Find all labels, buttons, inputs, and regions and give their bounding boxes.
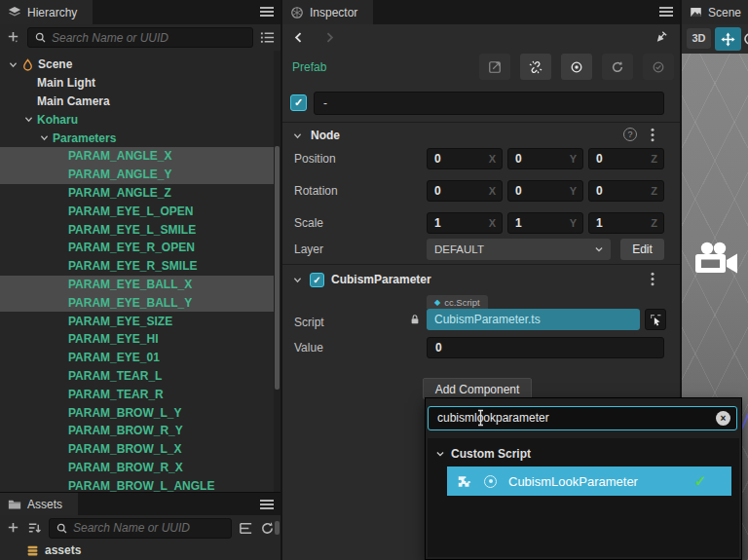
tree-item-main-camera[interactable]: Main Camera [0, 93, 280, 111]
tree-item-main-light[interactable]: Main Light [0, 74, 280, 93]
tab-hierarchy[interactable]: Hierarchy [0, 0, 93, 24]
scale-x-input[interactable]: 1X [427, 212, 503, 234]
tree-item-param-brow-l-x[interactable]: PARAM_BROW_L_X [0, 440, 280, 459]
tab-scene[interactable]: Scene [682, 0, 748, 24]
component-title: CubismParameter [331, 273, 431, 286]
scene-tab-icon [690, 6, 702, 19]
assets-menu-icon[interactable] [259, 497, 275, 512]
layer-dropdown[interactable]: DEFAULT [427, 239, 611, 260]
camera-gizmo-icon[interactable] [693, 241, 738, 278]
tree-item-param-angle-x[interactable]: PARAM_ANGLE_X [0, 147, 280, 166]
prefab-reset-button[interactable] [602, 54, 633, 80]
hierarchy-menu-icon[interactable] [259, 4, 275, 19]
asset-item-assets[interactable]: assets [0, 541, 280, 557]
text-cursor-icon [476, 409, 485, 427]
node-row-scale: Scale1X1Y1Z [282, 212, 680, 234]
position-y-input[interactable]: 0Y [507, 148, 583, 169]
move-tool-button[interactable] [715, 27, 741, 51]
add-component-button[interactable]: Add Component [423, 378, 532, 399]
tree-item-param-eye-ball-y[interactable]: PARAM_EYE_BALL_Y [0, 293, 280, 312]
component-group-custom-script[interactable]: Custom Script [435, 447, 531, 461]
hierarchy-scrollbar[interactable] [274, 51, 280, 492]
back-icon[interactable] [292, 31, 305, 44]
position-label: Position [294, 152, 336, 166]
help-icon[interactable]: ? [623, 128, 637, 141]
tree-item-param-eye-ball-x[interactable]: PARAM_EYE_BALL_X [0, 276, 280, 294]
node-section-title: Node [311, 129, 340, 142]
prefab-apply-button[interactable] [643, 54, 674, 80]
tree-item-param-eye-01[interactable]: PARAM_EYE_01 [0, 349, 280, 367]
component-item-label: CubismLookParameter [508, 474, 638, 489]
refresh-icon[interactable] [260, 521, 275, 536]
assets-search-input[interactable]: Search Name or UUID [49, 518, 232, 539]
layer-edit-button[interactable]: Edit [620, 239, 664, 260]
list-view-icon[interactable] [260, 30, 275, 45]
create-asset-button[interactable] [6, 521, 20, 536]
add-component-popup: cubismlookparameter × Custom Script Cubi… [425, 397, 742, 560]
node-section-header[interactable]: Node ? [282, 125, 680, 146]
inspector-tab-label: Inspector [310, 6, 357, 19]
node-row-position: Position0X0Y0Z [282, 148, 680, 169]
node-active-checkbox[interactable]: ✓ [290, 94, 307, 111]
prefab-locate-button[interactable] [561, 54, 592, 80]
rotation-z-input[interactable]: 0Z [588, 180, 664, 202]
kebab-menu-icon[interactable] [651, 128, 654, 142]
tree-item-param-tear-l[interactable]: PARAM_TEAR_L [0, 367, 280, 386]
component-item-cubismlookparameter[interactable]: CubismLookParameter ✓ [447, 467, 731, 496]
prefab-unlink-button[interactable] [520, 54, 551, 80]
selected-check-icon: ✓ [693, 472, 706, 490]
kebab-menu-icon[interactable] [651, 272, 654, 286]
tab-assets[interactable]: Assets [0, 493, 78, 515]
component-search-input[interactable]: cubismlookparameter × [428, 406, 737, 430]
tree-item-scene[interactable]: Scene [0, 56, 280, 74]
tree-item-param-eye-r-smile[interactable]: PARAM_EYE_R_SMILE [0, 257, 280, 276]
rotate-tool-button[interactable] [742, 30, 748, 48]
rotation-y-input[interactable]: 0Y [507, 180, 583, 202]
position-z-input[interactable]: 0Z [588, 148, 664, 169]
tree-item-koharu[interactable]: Koharu [0, 110, 280, 129]
view-mode-3d-button[interactable]: 3D [687, 28, 711, 49]
hierarchy-search-input[interactable]: Search Name or UUID [27, 27, 253, 48]
prefab-edit-button[interactable] [479, 54, 510, 80]
tree-item-param-eye-size[interactable]: PARAM_EYE_SIZE [0, 312, 280, 330]
tree-item-param-brow-r-x[interactable]: PARAM_BROW_R_X [0, 459, 280, 477]
node-name-input[interactable]: - [314, 92, 664, 115]
tree-item-param-angle-z[interactable]: PARAM_ANGLE_Z [0, 184, 280, 203]
tree-item-param-angle-y[interactable]: PARAM_ANGLE_Y [0, 166, 280, 184]
inspector-menu-icon[interactable] [658, 4, 674, 19]
assets-scrollbar-thumb[interactable] [275, 521, 280, 535]
hierarchy-toolbar: Search Name or UUID [0, 24, 280, 51]
layer-row: Layer DEFAULT Edit [282, 239, 680, 260]
tree-item-param-brow-l-y[interactable]: PARAM_BROW_L_Y [0, 403, 280, 422]
tab-inspector[interactable]: Inspector [282, 0, 373, 24]
asset-picker-button[interactable] [645, 309, 666, 330]
component-enabled-checkbox[interactable]: ✓ [310, 273, 324, 287]
asset-item-label: assets [45, 543, 81, 557]
prefab-label: Prefab [292, 60, 326, 74]
create-node-button[interactable] [6, 30, 20, 45]
panel-divider[interactable] [280, 0, 282, 560]
tree-item-param-eye-l-smile[interactable]: PARAM_EYE_L_SMILE [0, 220, 280, 239]
tree-item-param-eye-r-open[interactable]: PARAM_EYE_R_OPEN [0, 239, 280, 257]
position-x-input[interactable]: 0X [427, 148, 503, 169]
tree-item-param-brow-l-angle[interactable]: PARAM_BROW_L_ANGLE [0, 476, 280, 492]
hierarchy-scrollbar-thumb[interactable] [275, 146, 280, 390]
script-asset-field[interactable]: CubismParameter.ts [427, 309, 640, 330]
scale-z-input[interactable]: 1Z [588, 212, 664, 234]
rotation-x-input[interactable]: 0X [427, 180, 503, 202]
value-input[interactable]: 0 [427, 337, 664, 358]
clear-search-icon[interactable]: × [716, 411, 730, 426]
tree-item-param-brow-r-y[interactable]: PARAM_BROW_R_Y [0, 422, 280, 440]
sort-icon[interactable] [27, 521, 42, 536]
tree-item-param-eye-l-open[interactable]: PARAM_EYE_L_OPEN [0, 202, 280, 220]
pin-icon[interactable] [654, 30, 668, 44]
tree-item-param-tear-r[interactable]: PARAM_TEAR_R [0, 385, 280, 403]
component-section-header[interactable]: ✓ CubismParameter [282, 269, 680, 290]
scale-y-input[interactable]: 1Y [507, 212, 583, 234]
forward-icon[interactable] [323, 31, 336, 44]
hierarchy-panel: Hierarchy Search Name or UUID SceneMain … [0, 0, 280, 560]
assets-tab-label: Assets [27, 498, 62, 511]
tree-item-parameters[interactable]: Parameters [0, 129, 280, 147]
collapse-list-icon[interactable] [239, 521, 253, 536]
tree-item-param-eye-hi[interactable]: PARAM_EYE_HI [0, 330, 280, 349]
